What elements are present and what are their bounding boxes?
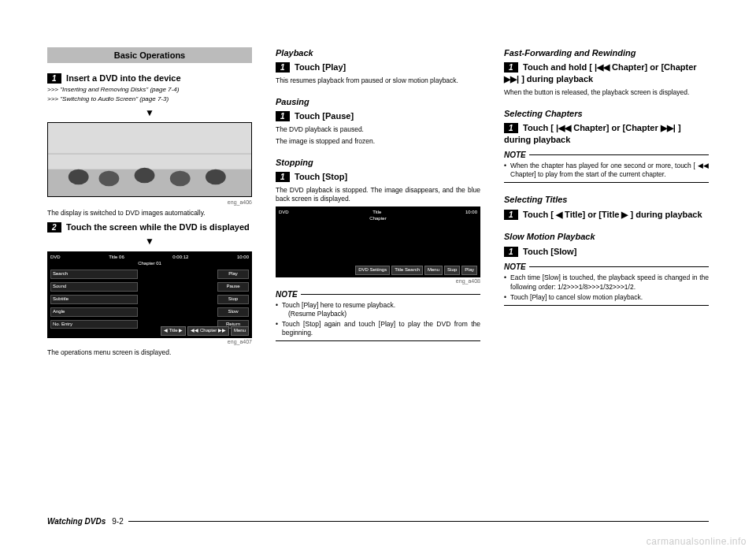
subheading-pausing: Pausing <box>276 96 480 107</box>
step-number-badge: 1 <box>504 210 518 220</box>
subheading-titles: Selecting Titles <box>504 194 709 205</box>
fig3-dvd-label: DVD <box>279 210 289 216</box>
t: Chapter] or [Chapter <box>612 62 697 72</box>
subheading-ff: Fast-Forwarding and Rewinding <box>504 47 709 58</box>
fig2-bottom-btn: ◀◀ Chapter ▶▶ <box>187 326 229 336</box>
subheading-slow: Slow Motion Playback <box>504 231 709 242</box>
fig2-btn: Play <box>217 270 249 279</box>
fig3-title: Title <box>372 210 381 216</box>
watermark: carmanualsonline.info <box>647 536 747 549</box>
note-item: Touch [Play] here to resume playback. (R… <box>276 301 480 318</box>
note-label: NOTE <box>276 289 480 299</box>
step-number-badge: 1 <box>504 247 518 257</box>
fig2-time: 0:00:12 <box>172 255 188 261</box>
fig2-btn: Slow <box>217 307 249 317</box>
skip-fwd-icon: ▶▶| <box>504 74 519 84</box>
note-label: NOTE <box>504 150 709 160</box>
fig2-bottom-btn: ◀ Title ▶ <box>161 326 186 336</box>
note-text: Touch [Play] here to resume playback. <box>282 301 395 309</box>
note-list: When the chapter has played for one seco… <box>504 162 709 179</box>
fig3-btn: Play <box>461 266 477 275</box>
note-label-text: NOTE <box>504 150 526 160</box>
step-pause: 1 Touch [Pause] <box>276 110 480 122</box>
fig3-btn: Title Search <box>391 266 423 275</box>
note-label-text: NOTE <box>504 262 526 272</box>
page-footer: Watching DVDs 9-2 <box>47 516 709 526</box>
step-titles: 1 Touch [ ◀ Title] or [Title ▶ ] during … <box>504 209 709 221</box>
fig3-btn: DVD Settings <box>355 266 390 275</box>
page-content: Basic Operations 1 Insert a DVD into the… <box>0 0 756 558</box>
step-number-badge: 1 <box>47 73 61 84</box>
down-arrow-icon: ▼ <box>47 236 252 248</box>
step-number-badge: 1 <box>276 111 290 121</box>
note-list: Touch [Play] here to resume playback. (R… <box>276 301 480 337</box>
fig2-bottom-btn: Menu <box>231 326 249 336</box>
fig2-btn: Subtitle <box>50 295 138 304</box>
left-icon: ◀ <box>556 210 562 219</box>
svg-point-5 <box>135 168 155 184</box>
note-end-rule <box>504 305 709 306</box>
step-1: 1 Insert a DVD into the device <box>47 73 252 84</box>
step-ff: 1 Touch and hold [ |◀◀ Chapter] or [Chap… <box>504 61 709 84</box>
body-text: When the button is released, the playbac… <box>504 88 709 97</box>
step-title: Touch [ ◀ Title] or [Title ▶ ] during pl… <box>523 210 702 219</box>
step-title: Touch and hold [ |◀◀ Chapter] or [Chapte… <box>504 62 697 84</box>
note-list: Each time [Slow] is touched, the playbac… <box>504 273 709 301</box>
note-label-text: NOTE <box>276 289 298 299</box>
t: Touch and hold [ <box>523 62 592 72</box>
fig3-clock: 10:00 <box>465 210 477 216</box>
t: Touch [ <box>523 123 554 132</box>
step-title: Touch the screen while the DVD is displa… <box>66 222 250 232</box>
placeholder-image <box>48 123 251 196</box>
footer-section: Watching DVDs <box>47 516 106 526</box>
reference-link: >>> "Switching to Audio Screen" (page 7-… <box>47 95 252 103</box>
fig3-btn: Menu <box>424 266 443 275</box>
t: Title] or [Title <box>565 210 619 219</box>
step-number-badge: 2 <box>47 222 61 232</box>
body-text: The image is stopped and frozen. <box>276 137 480 146</box>
body-text: The display is switched to DVD images au… <box>47 209 252 218</box>
column-1: Basic Operations 1 Insert a DVD into the… <box>47 47 252 534</box>
right-icon: ▶ <box>621 210 628 219</box>
note-end-rule <box>504 182 709 183</box>
step-title: Touch [Stop] <box>295 172 347 181</box>
step-play: 1 Touch [Play] <box>276 61 480 73</box>
note-end-rule <box>276 340 480 341</box>
step-stop: 1 Touch [Stop] <box>276 171 480 183</box>
section-header: Basic Operations <box>47 47 252 63</box>
subheading-playback: Playback <box>276 47 480 58</box>
fig2-btn: Sound <box>50 282 138 292</box>
fig2-chapter: Chapter 01 <box>50 261 249 267</box>
figure-dvd-image <box>47 122 252 197</box>
svg-point-3 <box>69 169 89 185</box>
step-title: Insert a DVD into the device <box>66 73 180 83</box>
svg-point-4 <box>99 171 120 187</box>
step-number-badge: 1 <box>276 62 290 73</box>
note-item: Each time [Slow] is touched, the playbac… <box>504 273 709 291</box>
skip-fwd-icon: ▶▶| <box>661 123 676 132</box>
note-item: When the chapter has played for one seco… <box>504 162 709 179</box>
fig3-chapter: Chapter <box>279 216 477 222</box>
figure-stop-screen: DVD Title 10:00 Chapter DVD Settings Tit… <box>276 206 480 277</box>
skip-rev-icon: |◀◀ <box>595 62 610 72</box>
step-title: Touch [Pause] <box>295 111 354 121</box>
t: Touch [ <box>523 210 554 219</box>
note-subtext: (Resume Playback) <box>282 310 480 318</box>
step-number-badge: 1 <box>504 62 518 73</box>
fig2-clock: 10:00 <box>237 255 249 261</box>
figure-operations-menu: DVD Title 06 0:00:12 10:00 Chapter 01 Se… <box>47 251 252 338</box>
t: ] during playback <box>521 74 593 84</box>
body-text: This resumes playback from paused or slo… <box>276 76 480 85</box>
svg-point-6 <box>170 171 191 187</box>
step-title: Touch [Slow] <box>523 247 576 256</box>
step-2: 2 Touch the screen while the DVD is disp… <box>47 221 252 233</box>
step-title: Touch [Play] <box>295 62 346 72</box>
column-2: Playback 1 Touch [Play] This resumes pla… <box>276 47 480 534</box>
fig2-btn: Pause <box>217 282 249 292</box>
column-3: Fast-Forwarding and Rewinding 1 Touch an… <box>504 47 709 534</box>
step-number-badge: 1 <box>276 172 290 182</box>
body-text: The DVD playback is paused. <box>276 125 480 134</box>
fig2-dvd-label: DVD <box>50 255 61 261</box>
footer-page-number: 9-2 <box>112 516 123 526</box>
fig2-title: Title 06 <box>109 255 124 261</box>
